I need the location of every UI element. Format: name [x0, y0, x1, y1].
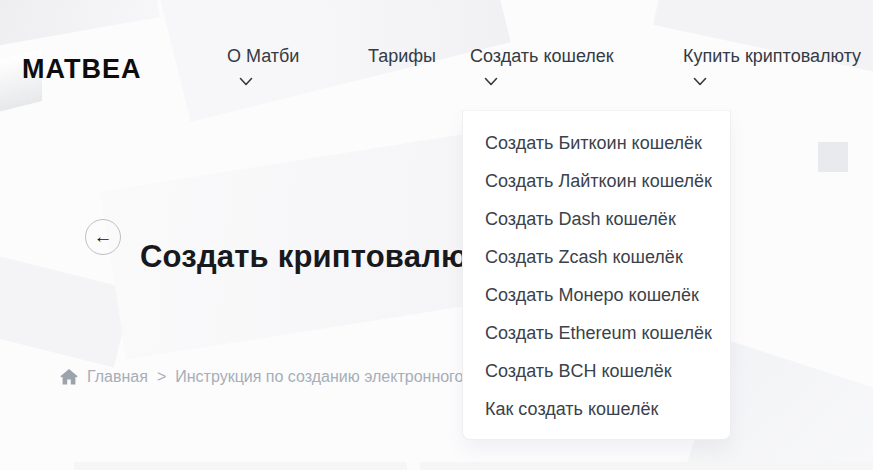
back-button[interactable]: ← — [85, 219, 121, 255]
menu-item-create-dash-wallet[interactable]: Создать Dash кошелёк — [463, 200, 730, 238]
menu-item-create-litecoin-wallet[interactable]: Создать Лайткоин кошелёк — [463, 162, 730, 200]
chevron-down-icon[interactable] — [484, 77, 498, 87]
menu-item-create-bitcoin-wallet[interactable]: Создать Биткоин кошелёк — [463, 124, 730, 162]
arrow-left-icon: ← — [94, 226, 113, 248]
nav-item-about[interactable]: О Матби — [227, 46, 299, 67]
content-card-placeholder — [74, 462, 407, 470]
nav-item-tariffs[interactable]: Тарифы — [368, 46, 436, 67]
create-wallet-dropdown: Создать Биткоин кошелёк Создать Лайткоин… — [462, 110, 731, 440]
menu-item-create-zcash-wallet[interactable]: Создать Zcash кошелёк — [463, 238, 730, 276]
menu-item-create-monero-wallet[interactable]: Создать Монеро кошелёк — [463, 276, 730, 314]
nav-item-create-wallet[interactable]: Создать кошелек — [470, 46, 614, 67]
menu-item-how-to-create-wallet[interactable]: Как создать кошелёк — [463, 390, 730, 428]
chevron-down-icon[interactable] — [239, 77, 253, 87]
breadcrumb-separator: > — [157, 368, 166, 386]
content-card-placeholder — [763, 462, 873, 470]
home-icon[interactable] — [60, 369, 78, 385]
background-shape — [159, 0, 511, 122]
brand-logo[interactable]: MATBEA — [22, 54, 141, 85]
breadcrumb-home-link[interactable]: Главная — [87, 368, 148, 386]
background-shape — [0, 0, 160, 50]
background-shape — [653, 0, 873, 83]
menu-item-create-ethereum-wallet[interactable]: Создать Ethereum кошелёк — [463, 314, 730, 352]
background-shape — [818, 142, 848, 172]
chevron-down-icon[interactable] — [693, 77, 707, 87]
content-card-placeholder — [420, 462, 750, 470]
background-shape — [0, 249, 133, 368]
menu-item-create-bch-wallet[interactable]: Создать BCH кошелёк — [463, 352, 730, 390]
nav-item-buy-crypto[interactable]: Купить криптовалюту — [683, 46, 861, 67]
